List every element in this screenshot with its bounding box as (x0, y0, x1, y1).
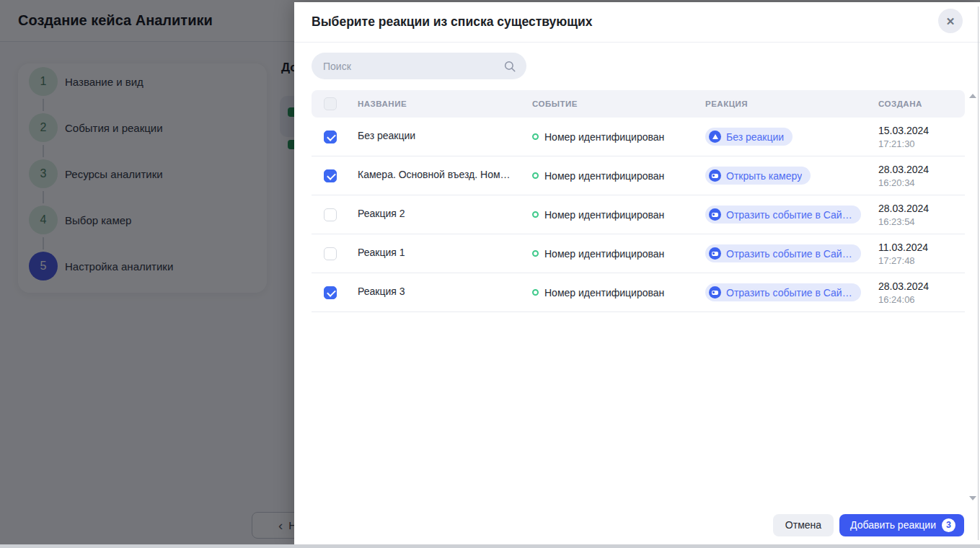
created-time: 17:21:30 (878, 138, 965, 150)
scroll-down-arrow-icon[interactable] (969, 496, 976, 500)
event-name: Номер идентифицирован (544, 131, 664, 143)
reaction-label: Отразить событие в Сай… (726, 209, 852, 221)
search-icon (503, 60, 516, 73)
created-date: 11.03.2024 (878, 241, 965, 254)
camera-icon (709, 169, 721, 182)
add-reactions-label: Добавить реакции (850, 519, 936, 531)
table-row[interactable]: Реакция 2 Номер идентифицирован Отразить… (312, 195, 965, 234)
reaction-name: Реакция 1 (358, 247, 405, 258)
window-bottom-edge (0, 544, 980, 548)
select-reactions-modal: Выберите реакции из списка существующих … (294, 2, 980, 544)
reaction-badge: Отразить событие в Сай… (705, 244, 861, 262)
reaction-name: Без реакции (358, 130, 415, 141)
created-time: 16:23:54 (878, 216, 965, 228)
row-checkbox[interactable] (324, 208, 337, 221)
camera-icon (709, 247, 721, 260)
reaction-badge: Без реакции (705, 128, 793, 146)
table-row[interactable]: Камера. Основной въезд. Ном… Номер идент… (312, 156, 965, 195)
reaction-badge: Отразить событие в Сай… (705, 206, 861, 224)
reaction-label: Отразить событие в Сай… (726, 287, 852, 299)
event-status-icon (532, 172, 539, 179)
close-icon: ✕ (946, 16, 955, 27)
reaction-label: Открыть камеру (726, 170, 802, 182)
scroll-up-arrow-icon[interactable] (969, 94, 976, 98)
created-date: 28.03.2024 (878, 163, 965, 176)
selected-count-badge: 3 (942, 518, 955, 532)
event-status-icon (532, 250, 539, 257)
reaction-name: Реакция 2 (358, 208, 405, 219)
search-input[interactable] (323, 61, 503, 72)
reaction-name: Камера. Основной въезд. Ном… (358, 169, 511, 180)
add-reactions-button[interactable]: Добавить реакции 3 (839, 514, 964, 536)
table-row[interactable]: Реакция 3 Номер идентифицирован Отразить… (312, 273, 965, 312)
column-header-name: НАЗВАНИЕ (358, 100, 532, 108)
column-header-reaction: РЕАКЦИЯ (705, 100, 878, 108)
event-name: Номер идентифицирован (544, 209, 664, 221)
row-checkbox[interactable] (324, 247, 337, 260)
select-all-checkbox[interactable] (324, 97, 337, 110)
created-date: 28.03.2024 (878, 280, 965, 293)
table-row[interactable]: Без реакции Номер идентифицирован Без ре… (312, 118, 965, 156)
close-button[interactable]: ✕ (938, 9, 963, 33)
modal-title: Выберите реакции из списка существующих (312, 14, 593, 30)
cancel-button[interactable]: Отмена (773, 514, 834, 536)
reaction-badge: Отразить событие в Сай… (705, 283, 861, 301)
no-reaction-icon (709, 131, 721, 143)
row-checkbox[interactable] (324, 286, 337, 299)
created-date: 28.03.2024 (878, 202, 965, 215)
created-date: 15.03.2024 (878, 124, 965, 137)
row-checkbox[interactable] (324, 131, 337, 143)
reaction-label: Без реакции (726, 131, 784, 143)
event-name: Номер идентифицирован (544, 170, 664, 182)
event-name: Номер идентифицирован (544, 287, 664, 299)
event-status-icon (532, 289, 539, 296)
divider (294, 42, 980, 43)
event-name: Номер идентифицирован (544, 248, 664, 260)
created-time: 16:20:34 (878, 177, 965, 189)
row-checkbox[interactable] (324, 169, 337, 182)
created-time: 16:24:06 (878, 293, 965, 306)
table-header-row: НАЗВАНИЕ СОБЫТИЕ РЕАКЦИЯ СОЗДАНА (312, 90, 965, 118)
reaction-badge: Открыть камеру (705, 167, 811, 185)
created-time: 17:27:48 (878, 255, 965, 267)
reactions-table: НАЗВАНИЕ СОБЫТИЕ РЕАКЦИЯ СОЗДАНА Без реа… (312, 90, 965, 312)
table-row[interactable]: Реакция 1 Номер идентифицирован Отразить… (312, 234, 965, 273)
event-status-icon (532, 133, 539, 140)
search-box[interactable] (312, 53, 526, 79)
reaction-name: Реакция 3 (358, 286, 405, 297)
column-header-created: СОЗДАНА (878, 100, 965, 108)
camera-icon (709, 208, 721, 221)
scrollbar-track[interactable] (978, 6, 979, 540)
event-status-icon (532, 211, 539, 218)
camera-icon (709, 286, 721, 299)
column-header-event: СОБЫТИЕ (532, 100, 705, 108)
reaction-label: Отразить событие в Сай… (726, 248, 852, 260)
modal-footer: Отмена Добавить реакции 3 (294, 511, 980, 539)
